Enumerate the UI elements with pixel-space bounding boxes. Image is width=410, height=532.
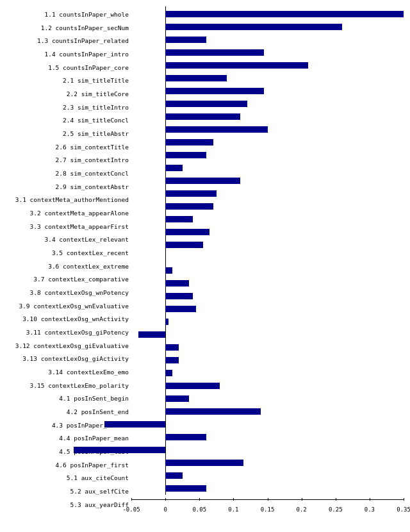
- bar-14: [165, 190, 217, 197]
- bar-label-20: 3.7 contextLex_comparative: [0, 275, 131, 284]
- bar-label-29: 4.1 posInSent_begin: [0, 394, 131, 403]
- bar-row-24: [131, 317, 404, 326]
- bar-label-22: 3.9 contextLexOsg_wnEvaluative: [0, 301, 131, 310]
- bar-row-4: [131, 61, 404, 70]
- bar-label-14: 3.1 contextMeta_authorMentioned: [0, 195, 131, 204]
- bar-label-2: 1.3 countsInPaper_related: [0, 37, 131, 46]
- tick-mark-1: [165, 498, 166, 501]
- bar-15: [165, 203, 213, 210]
- bar-row-6: [131, 87, 404, 96]
- bar-row-23: [131, 304, 404, 313]
- bar-row-19: [131, 253, 404, 262]
- bar-20: [165, 267, 172, 274]
- bar-22: [165, 293, 193, 299]
- bar-label-11: 2.7 sim_contextIntro: [0, 156, 131, 165]
- bar-29: [165, 383, 220, 389]
- tick-label-2: 0.05: [192, 506, 206, 513]
- bar-32: [104, 421, 166, 428]
- bar-27: [165, 357, 179, 363]
- bar-row-33: [131, 433, 404, 442]
- bar-label-36: 5.2 aux_selfCite: [0, 487, 131, 496]
- bar-8: [165, 113, 240, 120]
- bar-row-13: [131, 176, 404, 185]
- bar-label-15: 3.2 contextMeta_appearAlone: [0, 208, 131, 217]
- bar-row-2: [131, 35, 404, 44]
- bar-row-0: [131, 10, 404, 19]
- tick-mark-4: [268, 498, 268, 501]
- bar-label-30: 4.2 posInSent_end: [0, 407, 131, 416]
- tick-label-5: 0.2: [296, 506, 306, 513]
- bar-label-37: 5.3 aux_yearDiff: [0, 500, 131, 509]
- tick-label-7: 0.3: [365, 506, 375, 513]
- bar-row-37: [131, 484, 404, 493]
- bar-row-12: [131, 163, 404, 172]
- bar-label-32: 4.4 posInPaper_mean: [0, 434, 131, 443]
- bar-label-19: 3.6 contextLex_extreme: [0, 262, 131, 270]
- bar-26: [165, 344, 179, 351]
- bar-35: [165, 460, 243, 466]
- bar-30: [165, 395, 189, 402]
- bar-label-21: 3.8 contextLexOsg_wnPotency: [0, 288, 131, 297]
- bar-row-8: [131, 112, 404, 121]
- bar-row-7: [131, 99, 404, 108]
- bar-4: [165, 62, 308, 69]
- bar-12: [165, 165, 183, 171]
- bar-label-35: 5.1 aux_citeCount: [0, 474, 131, 483]
- bar-row-18: [131, 240, 404, 249]
- bar-label-5: 2.1 sim_titleTitle: [0, 76, 131, 85]
- tick-mark-8: [404, 498, 404, 501]
- bar-label-25: 3.12 contextLexOsg_giEvaluative: [0, 341, 131, 350]
- bar-33: [165, 434, 206, 440]
- bar-label-24: 3.11 contextLexOsg_giPotency: [0, 328, 131, 337]
- bar-row-35: [131, 458, 404, 467]
- bar-25: [138, 331, 166, 338]
- bar-6: [165, 88, 264, 94]
- bar-label-26: 3.13 contextLexOsg_giActivity: [0, 354, 131, 363]
- bar-3: [165, 49, 264, 56]
- bar-row-17: [131, 228, 404, 237]
- bar-21: [165, 280, 189, 287]
- bar-10: [165, 139, 213, 145]
- tick-label-8: 0.35: [397, 506, 410, 513]
- bar-label-9: 2.5 sim_titleAbstr: [0, 129, 131, 138]
- bar-37: [165, 485, 206, 492]
- bars-area: -0.0500.050.10.150.20.250.30.35: [131, 6, 404, 513]
- bar-23: [165, 306, 196, 312]
- bar-label-12: 2.8 sim_contextConcl: [0, 169, 131, 178]
- bar-row-14: [131, 189, 404, 198]
- tick-mark-7: [370, 498, 370, 501]
- tick-label-0: -0.05: [122, 506, 140, 513]
- bar-label-17: 3.4 contextLex_relevant: [0, 235, 131, 244]
- tick-mark-3: [233, 498, 234, 501]
- bar-11: [165, 152, 206, 158]
- tick-mark-0: [131, 498, 132, 501]
- bar-label-0: 1.1 countsInPaper_whole: [0, 10, 131, 19]
- bar-label-16: 3.3 contextMeta_appearFirst: [0, 222, 131, 231]
- bar-34: [74, 447, 165, 453]
- bar-row-5: [131, 74, 404, 83]
- bar-label-6: 2.2 sim_titleCore: [0, 89, 131, 98]
- bar-row-32: [131, 420, 404, 429]
- tick-label-4: 0.15: [261, 506, 275, 513]
- bar-row-9: [131, 125, 404, 134]
- bar-row-10: [131, 138, 404, 147]
- bar-row-15: [131, 202, 404, 211]
- chart-container: 1.1 countsInPaper_whole1.2 countsInPaper…: [0, 0, 410, 532]
- bar-row-20: [131, 266, 404, 275]
- bar-row-16: [131, 215, 404, 224]
- bar-label-4: 1.5 countsInPaper_core: [0, 63, 131, 72]
- bar-row-3: [131, 48, 404, 57]
- bar-2: [165, 37, 206, 43]
- bar-28: [165, 370, 172, 376]
- bar-row-27: [131, 356, 404, 365]
- tick-label-3: 0.1: [228, 506, 238, 513]
- tick-mark-6: [336, 498, 336, 501]
- bar-9: [165, 126, 267, 133]
- bar-label-28: 3.15 contextLexEmo_polarity: [0, 381, 131, 390]
- bar-label-34: 4.6 posInPaper_first: [0, 460, 131, 469]
- bar-row-1: [131, 22, 404, 31]
- bar-row-21: [131, 279, 404, 288]
- bar-row-25: [131, 330, 404, 339]
- bar-1: [165, 24, 342, 30]
- bar-16: [165, 216, 193, 222]
